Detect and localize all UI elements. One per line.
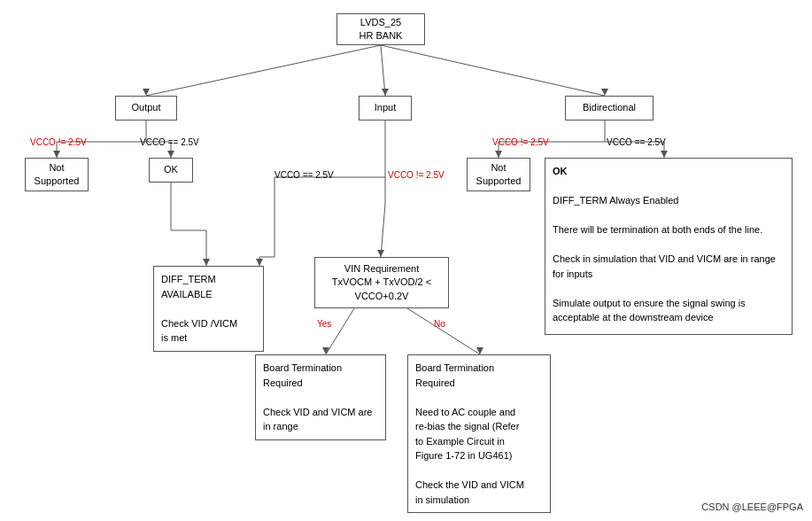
not-supported-right: Not Supported [467,158,530,191]
ok-bid: OK DIFF_TERM Always Enabled There will b… [545,158,793,335]
svg-marker-30 [322,347,329,354]
output-node: Output [115,96,177,121]
svg-marker-32 [495,151,502,158]
label-vcco-eq-left: VCCO == 2.5V [140,137,199,147]
svg-line-18 [326,308,354,354]
label-no: No [434,319,445,329]
label-vcco-neq-input: VCCO != 2.5V [388,170,445,180]
svg-line-0 [146,45,381,96]
svg-marker-36 [601,89,608,96]
svg-line-1 [381,45,385,96]
svg-marker-28 [256,259,263,266]
svg-marker-35 [143,89,150,96]
svg-marker-29 [377,250,384,257]
diff-term-box: DIFF_TERMAVAILABLECheck VID /VICMis met [153,266,264,352]
svg-marker-33 [661,151,668,158]
board-term-yes: Board TerminationRequiredCheck VID and V… [255,354,386,440]
label-yes: Yes [317,319,331,329]
input-node: Input [359,96,412,121]
label-vcco-neq-bid: VCCO != 2.5V [492,137,549,147]
label-vcco-eq-bid: VCCO == 2.5V [607,137,666,147]
bidirectional-node: Bidirectional [565,96,653,121]
label-vcco-neq-left: VCCO != 2.5V [30,137,87,147]
svg-line-2 [381,45,605,96]
svg-marker-34 [382,89,389,96]
ok-output: OK [149,158,193,183]
vin-req-box: VIN RequirementTxVOCM + TxVOD/2 <VCCO+0.… [314,257,449,308]
svg-marker-31 [476,347,483,354]
svg-line-19 [407,308,480,354]
board-term-no: Board TerminationRequiredNeed to AC coup… [407,354,551,513]
root-node: LVDS_25 HR BANK [336,13,425,45]
watermark: CSDN @LEEE@FPGA [701,502,803,512]
svg-marker-26 [167,151,174,158]
svg-line-17 [381,204,385,257]
svg-marker-25 [53,151,60,158]
diagram: LVDS_25 HR BANK Output Input Bidirection… [0,0,812,521]
not-supported-left: Not Supported [25,158,89,191]
label-vcco-eq-input: VCCO == 2.5V [275,170,334,180]
svg-marker-27 [203,259,210,266]
